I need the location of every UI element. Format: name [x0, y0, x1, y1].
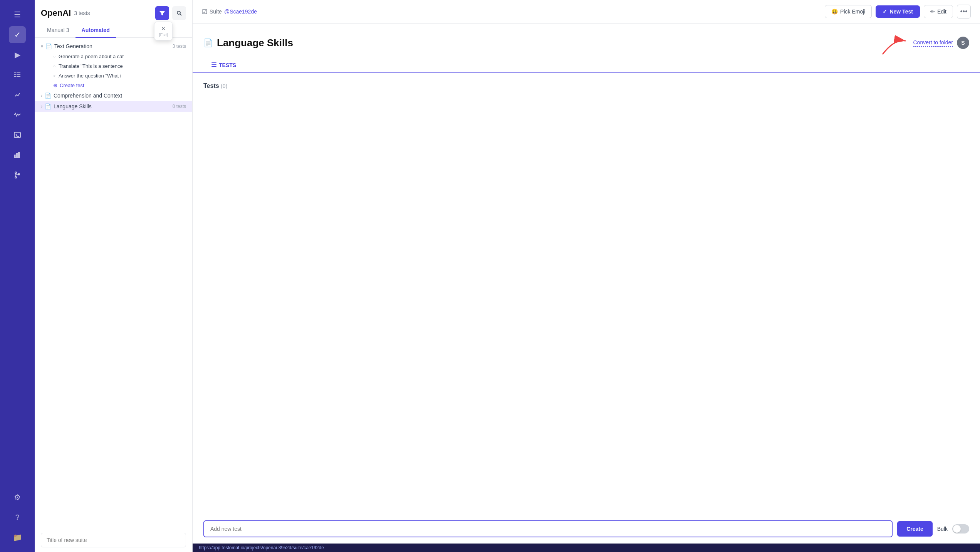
app-title: OpenAI: [41, 8, 71, 18]
svg-rect-4: [14, 76, 16, 77]
checkbox-icon: ☑: [202, 8, 207, 15]
bottom-bar: Create Bulk: [193, 514, 980, 544]
bulk-toggle[interactable]: [952, 524, 969, 533]
test-item-poem[interactable]: ○ Generate a poem about a cat: [35, 52, 192, 61]
svg-rect-9: [17, 153, 18, 158]
suite-name: Comprehension and Context: [54, 93, 184, 99]
svg-line-16: [180, 14, 181, 15]
suite-title: Language Skills: [217, 37, 293, 49]
svg-rect-5: [17, 76, 20, 77]
test-item-answer[interactable]: ○ Answer the question "What i: [35, 71, 192, 81]
create-button[interactable]: Create: [897, 521, 933, 537]
suite-badge: ☑ Suite @Scae192de: [202, 8, 257, 15]
sidebar: OpenAI 3 tests × [Esc] Manual 3 Automate…: [35, 0, 193, 552]
svg-point-12: [15, 177, 17, 178]
settings-icon[interactable]: ⚙: [9, 489, 26, 506]
suite-name: Language Skills: [54, 103, 170, 109]
test-name: Generate a poem about a cat: [59, 54, 124, 59]
new-test-button[interactable]: ✓ New Test: [876, 5, 920, 18]
check-icon[interactable]: ✓: [9, 26, 26, 43]
filter-dropdown: × [Esc]: [154, 22, 173, 40]
folder-icon[interactable]: 📁: [9, 529, 26, 546]
tab-manual[interactable]: Manual 3: [41, 23, 76, 38]
activity-icon[interactable]: [9, 106, 26, 123]
status-bar: https://app.testomat.io/projects/openai-…: [193, 544, 980, 552]
svg-point-11: [15, 172, 17, 173]
chevron-right-icon: ›: [41, 104, 42, 109]
pick-emoji-button[interactable]: 😀 Pick Emoji: [825, 5, 872, 18]
steps-icon[interactable]: [9, 86, 26, 103]
play-icon[interactable]: ▶: [9, 46, 26, 63]
test-item-translate[interactable]: ○ Translate "This is a sentence: [35, 61, 192, 71]
git-branch-icon[interactable]: [9, 167, 26, 183]
svg-rect-0: [14, 72, 16, 73]
suite-doc-icon: 📄: [45, 93, 51, 99]
convert-to-folder-link[interactable]: Convert to folder: [913, 39, 953, 47]
emoji-icon: 😀: [831, 8, 838, 15]
sidebar-actions: [155, 6, 186, 20]
tests-heading: Tests: [203, 82, 219, 89]
user-avatar: S: [957, 37, 969, 49]
suite-count: 0 tests: [173, 104, 186, 109]
content-tabs: ☰ TESTS: [193, 57, 980, 73]
suite-prefix: Suite: [210, 8, 222, 15]
tab-tests[interactable]: ☰ TESTS: [203, 57, 244, 73]
list-tab-icon: ☰: [211, 61, 216, 69]
edit-button[interactable]: ✏ Edit: [924, 5, 953, 18]
more-options-button[interactable]: •••: [957, 5, 971, 19]
svg-rect-10: [18, 152, 20, 158]
header-actions: 😀 Pick Emoji ✓ New Test ✏ Edit •••: [825, 5, 971, 19]
tests-count: (0): [221, 83, 227, 89]
suite-title-row: 📄 Language Skills Convert to folder S: [193, 24, 980, 57]
sidebar-header: OpenAI 3 tests: [35, 0, 192, 20]
pencil-icon: ✏: [930, 8, 935, 15]
suite-count: 3 tests: [173, 44, 186, 49]
suite-at-handle: @Scae192de: [224, 8, 257, 15]
filter-close-button[interactable]: × [Esc]: [159, 25, 168, 37]
main-header: ☑ Suite @Scae192de 😀 Pick Emoji ✓ New Te…: [193, 0, 980, 24]
bullet-icon: ○: [53, 74, 55, 78]
suite-item-comprehension[interactable]: › 📄 Comprehension and Context: [35, 90, 192, 101]
ellipsis-icon: •••: [960, 8, 968, 16]
svg-point-15: [177, 11, 180, 14]
suite-item-language-skills[interactable]: › 📄 Language Skills 0 tests: [35, 101, 192, 112]
svg-rect-1: [17, 72, 20, 73]
help-icon[interactable]: ?: [9, 509, 26, 526]
bulk-label: Bulk: [937, 526, 948, 532]
arrow-annotation: [879, 35, 910, 58]
suite-doc-icon: 📄: [45, 103, 51, 109]
add-test-input[interactable]: [203, 520, 893, 537]
chevron-right-icon: ›: [41, 93, 42, 98]
hamburger-menu-icon[interactable]: ☰: [9, 6, 26, 23]
status-url: https://app.testomat.io/projects/openai-…: [199, 545, 324, 550]
bullet-icon: ○: [53, 64, 55, 68]
svg-rect-8: [15, 155, 16, 158]
chart-icon[interactable]: [9, 146, 26, 163]
create-test-link[interactable]: ⊕ Create test: [35, 81, 192, 90]
filter-button[interactable]: [155, 6, 169, 20]
tab-automated[interactable]: Automated: [76, 23, 116, 38]
terminal-icon[interactable]: [9, 126, 26, 143]
left-navigation: ☰ ✓ ▶ ⚙ ? 📁: [0, 0, 35, 552]
svg-rect-3: [17, 74, 20, 75]
suite-item-text-generation[interactable]: ▾ 📄 Text Generation 3 tests: [35, 41, 192, 52]
plus-icon: ⊕: [53, 82, 57, 88]
chevron-down-icon: ▾: [41, 44, 43, 49]
svg-rect-2: [14, 74, 16, 75]
new-suite-input[interactable]: [41, 533, 186, 547]
new-suite-input-wrap: [35, 528, 192, 552]
test-name: Answer the question "What i: [59, 73, 121, 79]
suite-doc-icon: 📄: [45, 43, 52, 49]
bullet-icon: ○: [53, 54, 55, 59]
main-content: ☑ Suite @Scae192de 😀 Pick Emoji ✓ New Te…: [193, 0, 980, 552]
tests-section: Tests (0): [193, 73, 980, 99]
list-icon[interactable]: [9, 66, 26, 83]
test-count: 3 tests: [74, 10, 90, 16]
suite-name: Text Generation: [54, 43, 170, 49]
check-icon: ✓: [883, 8, 887, 15]
content-area: 📄 Language Skills Convert to folder S ☰: [193, 24, 980, 514]
test-name: Translate "This is a sentence: [59, 63, 123, 69]
suite-list: ▾ 📄 Text Generation 3 tests ○ Generate a…: [35, 38, 192, 528]
suite-page-icon: 📄: [203, 38, 213, 47]
search-button[interactable]: [172, 6, 186, 20]
